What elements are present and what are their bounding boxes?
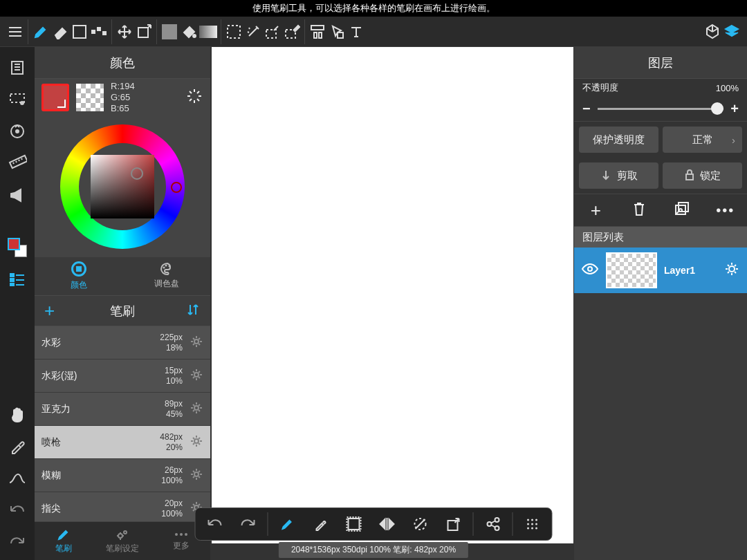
status-bar: 2048*1536px 350dpi 100% 笔刷: 482px 20% — [279, 542, 468, 558]
tab-more-label: 更多 — [173, 540, 190, 552]
layers-icon[interactable] — [722, 22, 741, 41]
tab-brush[interactable]: 笔刷 — [35, 522, 93, 560]
hand-tool-icon[interactable] — [5, 402, 30, 427]
clip-button[interactable]: 剪取 — [579, 162, 658, 189]
magic-wand-icon[interactable] — [243, 22, 263, 41]
svg-rect-2 — [98, 28, 100, 30]
svg-rect-50 — [686, 174, 693, 180]
gradient-tool-icon[interactable] — [199, 22, 218, 41]
select-erase-icon[interactable] — [282, 22, 302, 41]
canvas-view-icon[interactable] — [5, 55, 30, 80]
cursor-tool-icon[interactable] — [327, 22, 347, 41]
fb-eyedropper-icon[interactable] — [306, 510, 336, 538]
fb-brush-icon[interactable] — [273, 510, 303, 538]
hue-ring[interactable] — [60, 124, 185, 249]
brush-stats: 482px20% — [160, 432, 183, 453]
add-brush-button[interactable]: + — [44, 300, 55, 321]
bucket-tool-icon[interactable] — [179, 22, 199, 41]
background-swatch[interactable] — [76, 84, 104, 111]
opacity-slider[interactable]: − + — [574, 97, 747, 122]
curve-tool-icon[interactable] — [5, 466, 30, 491]
svg-point-22 — [192, 93, 197, 99]
fb-export-icon[interactable] — [439, 510, 469, 538]
brush-item[interactable]: 水彩(湿)15px10% — [35, 360, 210, 393]
picker-tabs: 颜色 调色盘 — [35, 257, 210, 296]
select-dock-icon[interactable] — [5, 87, 30, 112]
sort-brush-icon[interactable] — [185, 302, 201, 320]
move-tool-icon[interactable] — [115, 22, 134, 41]
brush-gear-icon[interactable] — [190, 368, 203, 384]
tab-brush-settings[interactable]: 笔刷设定 — [93, 522, 152, 560]
fill-solid-icon[interactable] — [160, 22, 179, 41]
menu-icon[interactable] — [6, 22, 25, 41]
fb-no-rotate-icon[interactable] — [405, 510, 436, 538]
text-tool-icon[interactable] — [347, 22, 366, 41]
eyedropper-icon[interactable] — [5, 434, 30, 459]
transform-tool-icon[interactable] — [134, 22, 154, 41]
tab-color[interactable]: 颜色 — [35, 257, 122, 295]
align-tool-icon[interactable] — [308, 22, 327, 41]
svg-point-54 — [588, 267, 592, 271]
color-settings-icon[interactable] — [185, 87, 203, 108]
sv-square[interactable] — [91, 155, 154, 218]
fb-redo-icon[interactable] — [233, 510, 264, 538]
rotate-icon[interactable] — [5, 119, 30, 144]
brush-stats: 89px45% — [165, 399, 183, 420]
brush-item[interactable]: 喷枪482px20% — [35, 426, 210, 459]
brush-item[interactable]: 模糊26px100% — [35, 459, 210, 492]
list-view-icon[interactable] — [5, 267, 30, 292]
fb-undo-icon[interactable] — [200, 510, 230, 538]
svg-point-27 — [194, 373, 199, 377]
eraser-tool-icon[interactable] — [50, 22, 70, 41]
more-layer-button[interactable]: ••• — [712, 203, 739, 218]
opacity-minus-icon[interactable]: − — [582, 101, 591, 117]
brush-name: 水彩 — [42, 337, 61, 349]
left-dock — [0, 47, 35, 560]
foreground-swatch[interactable] — [42, 84, 69, 111]
tab-palette[interactable]: 调色盘 — [122, 257, 210, 295]
separator — [111, 19, 112, 44]
ruler-icon[interactable] — [5, 151, 30, 176]
brush-gear-icon[interactable] — [190, 434, 203, 451]
fb-grid-icon[interactable] — [517, 510, 548, 538]
brush-stats: 15px10% — [165, 366, 183, 386]
brush-gear-icon[interactable] — [190, 335, 203, 351]
3d-icon[interactable] — [703, 22, 722, 41]
fb-share-icon[interactable] — [478, 510, 508, 538]
canvas[interactable] — [212, 47, 573, 543]
svg-rect-10 — [314, 32, 317, 38]
select-brush-icon[interactable] — [263, 22, 282, 41]
svg-rect-3 — [103, 32, 106, 35]
color-picker[interactable] — [35, 116, 210, 257]
redo-icon[interactable] — [5, 530, 30, 554]
blend-mode-button[interactable]: 正常› — [663, 127, 742, 153]
protect-alpha-button[interactable]: 保护透明度 — [579, 127, 658, 153]
slider-track[interactable] — [598, 108, 724, 110]
undo-icon[interactable] — [5, 498, 30, 523]
separator — [304, 19, 305, 44]
brush-tool-icon[interactable] — [31, 22, 50, 41]
swap-colors-icon[interactable] — [5, 235, 30, 260]
opacity-plus-icon[interactable]: + — [730, 101, 739, 117]
delete-layer-button[interactable] — [625, 201, 653, 219]
add-layer-button[interactable]: + — [582, 200, 609, 221]
layer-row[interactable]: Layer1 — [574, 248, 747, 293]
fb-fullscreen-icon[interactable] — [339, 510, 369, 538]
megaphone-icon[interactable] — [5, 183, 30, 207]
layer-settings-icon[interactable] — [723, 261, 740, 280]
brush-list: 水彩225px18%水彩(湿)15px10%亚克力89px45%喷枪482px2… — [35, 326, 210, 521]
lock-button[interactable]: 锁定 — [663, 162, 742, 189]
slider-thumb[interactable] — [711, 102, 723, 115]
brush-item[interactable]: 指尖20px100% — [35, 492, 210, 521]
shape-tool-icon[interactable] — [70, 22, 89, 41]
fb-flip-icon[interactable] — [372, 510, 403, 538]
brush-gear-icon[interactable] — [190, 467, 203, 484]
visibility-icon[interactable] — [581, 262, 599, 279]
select-rect-icon[interactable] — [224, 22, 243, 41]
dots-tool-icon[interactable] — [89, 22, 109, 41]
brush-gear-icon[interactable] — [190, 401, 203, 418]
svg-point-53 — [679, 209, 682, 212]
brush-item[interactable]: 亚克力89px45% — [35, 393, 210, 426]
duplicate-layer-button[interactable] — [668, 201, 696, 219]
brush-item[interactable]: 水彩225px18% — [35, 326, 210, 360]
